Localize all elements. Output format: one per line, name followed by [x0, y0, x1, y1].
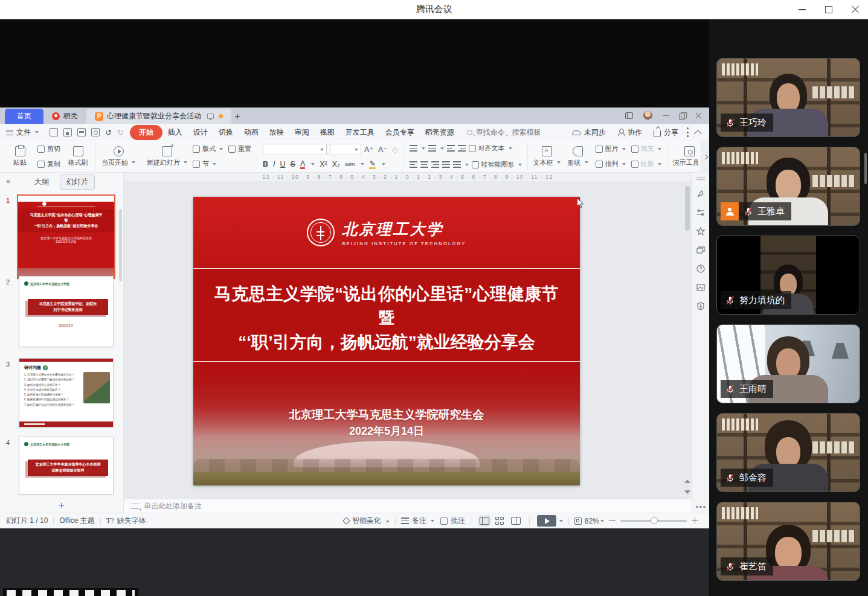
zoom-out-icon[interactable] — [609, 517, 616, 524]
tab-outline[interactable]: 大纲 — [28, 175, 55, 189]
clear-format-icon[interactable]: ◇ — [392, 145, 398, 154]
print-icon[interactable] — [77, 128, 86, 136]
play-options-caret[interactable] — [559, 520, 563, 522]
font-color-button[interactable]: A — [300, 160, 305, 170]
menu-transition[interactable]: 切换 — [213, 126, 239, 139]
increase-indent-icon[interactable] — [458, 145, 466, 152]
canvas-scrollbar[interactable] — [685, 186, 690, 231]
reset-button[interactable]: 重置 — [228, 144, 251, 153]
align-right-icon[interactable] — [431, 161, 439, 168]
arrange-button[interactable]: 排列 — [596, 159, 626, 168]
image-edit-icon[interactable] — [696, 283, 706, 292]
font-increase-button[interactable]: A⁺ — [364, 145, 373, 154]
slide-thumbnail-1[interactable]: 马克思主义学院“说出你的心里话”心理健康节暨“‘职’引方向，扬帆远航”就业经验分… — [17, 194, 115, 279]
slide-thumbnail-3[interactable]: 研讨问题? 1. 马克思主义理论专业有哪些就业方向？ 2. 我们可以从哪里了解就… — [19, 358, 114, 428]
save-icon[interactable] — [63, 128, 72, 136]
picture-button[interactable]: 图片 — [596, 144, 626, 153]
line-spacing-icon[interactable] — [453, 161, 461, 168]
theme-name[interactable]: Office 主题 — [59, 516, 94, 526]
panel-scrollbar[interactable] — [119, 209, 122, 281]
current-slide[interactable]: 北京理工大学 BEIJING INSTITUTE OF TECHNOLOGY 马… — [193, 197, 580, 485]
bullet-list-icon[interactable] — [410, 145, 417, 152]
fit-slide-icon[interactable] — [574, 517, 582, 525]
participant-tile[interactable]: 努力填坑的 — [716, 236, 860, 315]
align-center-icon[interactable] — [420, 161, 428, 168]
file-menu[interactable]: 文件 — [6, 127, 43, 138]
font-family-select[interactable] — [263, 144, 327, 155]
effects-star-icon[interactable] — [696, 226, 706, 236]
tab-home[interactable]: 首页 — [5, 109, 43, 124]
minimize-icon[interactable] — [798, 5, 806, 14]
shield-icon[interactable] — [696, 301, 706, 311]
participant-tile[interactable]: 王雨晴 — [716, 324, 860, 403]
more-menu-icon[interactable] — [686, 127, 689, 137]
wps-close-icon[interactable] — [695, 112, 702, 119]
font-size-select[interactable] — [330, 144, 361, 155]
pinyin-guide-button[interactable]: wén — [345, 161, 355, 167]
participant-tile[interactable]: 王巧玲 — [716, 58, 860, 137]
menu-review[interactable]: 审阅 — [289, 126, 315, 139]
missing-font-warning[interactable]: T?缺失字体 — [106, 516, 146, 526]
menu-docer-res[interactable]: 稻壳资源 — [420, 126, 460, 139]
participants-scrollbar[interactable] — [864, 153, 867, 184]
decrease-indent-icon[interactable] — [447, 145, 455, 152]
slide-thumbnail-2[interactable]: 北京理工大学马克思主义学院 马克思主义学院党委副书记、副院长刘宇书记致欢迎词 2… — [19, 276, 114, 347]
align-text-button[interactable]: 对齐文本 — [469, 144, 512, 153]
italic-button[interactable]: I — [273, 160, 275, 168]
strikethrough-button[interactable]: S — [291, 160, 295, 168]
sidebar-toggle-icon[interactable] — [625, 112, 633, 119]
bold-button[interactable]: B — [263, 160, 268, 168]
command-search[interactable] — [467, 128, 565, 136]
slideshow-play-button[interactable] — [537, 515, 556, 527]
slide-thumbnail-4[interactable]: 北京理工大学马克思主义学院 北京理工大学学生就业指导中心主任助理田静老师做就业指… — [19, 437, 114, 495]
help-icon[interactable] — [696, 264, 706, 274]
search-input[interactable] — [476, 128, 565, 136]
comments-button[interactable]: 批注 — [440, 516, 465, 526]
paste-button[interactable]: 粘贴 — [8, 146, 32, 167]
layout-button[interactable]: 版式 — [193, 144, 223, 153]
copy-button[interactable]: 复制 — [37, 159, 60, 168]
menu-devtools[interactable]: 开发工具 — [340, 126, 380, 139]
user-avatar[interactable] — [643, 111, 653, 121]
smart-beautify-button[interactable]: 智能美化 — [344, 516, 390, 526]
participant-tile[interactable]: 崔艺笛 — [716, 502, 860, 581]
wps-restore-icon[interactable] — [679, 112, 686, 119]
menu-start[interactable]: 开始 — [130, 125, 162, 140]
new-file-icon[interactable] — [50, 128, 58, 136]
share-button[interactable]: 分享 — [650, 126, 682, 139]
undo-icon[interactable]: ↺ — [105, 128, 112, 137]
collapse-ribbon-icon[interactable] — [694, 130, 702, 138]
notes-bar[interactable]: 单击此处添加备注 — [124, 499, 692, 513]
section-button[interactable]: 节 — [193, 159, 223, 168]
normal-view-icon[interactable] — [480, 517, 489, 525]
settings-sliders-icon[interactable] — [696, 208, 706, 217]
reading-view-icon[interactable] — [511, 517, 521, 525]
play-from-current-button[interactable]: 当页开始 — [101, 146, 135, 167]
format-painter-button[interactable]: 格式刷 — [66, 146, 90, 167]
underline-button[interactable]: U — [280, 160, 286, 168]
add-slide-button[interactable]: + — [0, 499, 123, 511]
align-left-icon[interactable] — [410, 161, 417, 168]
rocket-icon[interactable] — [696, 189, 706, 199]
textbox-button[interactable]: 文本框 — [533, 146, 561, 167]
numbered-list-icon[interactable] — [428, 145, 436, 152]
zoom-slider-knob[interactable] — [651, 517, 658, 524]
menu-animation[interactable]: 动画 — [239, 126, 264, 139]
ribbon-expand-button[interactable] — [701, 141, 709, 173]
toolbar-handle-icon[interactable] — [696, 177, 705, 180]
menu-member[interactable]: 会员专享 — [380, 126, 420, 139]
tab-document[interactable]: P 心理健康节暨就业分享会活动 — [86, 109, 231, 124]
next-slide-icon[interactable] — [684, 490, 690, 494]
duplicate-screen-icon[interactable] — [696, 245, 706, 255]
superscript-button[interactable]: X² — [320, 160, 327, 168]
justify-icon[interactable] — [442, 161, 450, 168]
previous-slide-icon[interactable] — [684, 479, 690, 483]
menu-slideshow[interactable]: 放映 — [264, 126, 289, 139]
collaborate-button[interactable]: 协作 — [614, 126, 646, 139]
highlight-button[interactable]: ✎ — [369, 160, 375, 170]
notes-toggle-button[interactable]: 备注 — [401, 516, 434, 526]
zoom-in-icon[interactable] — [692, 517, 698, 524]
to-smartart-button[interactable]: 转智能图形 — [472, 160, 522, 169]
cut-button[interactable]: 剪切 — [37, 144, 60, 153]
fill-button[interactable]: 填充 — [631, 144, 661, 153]
